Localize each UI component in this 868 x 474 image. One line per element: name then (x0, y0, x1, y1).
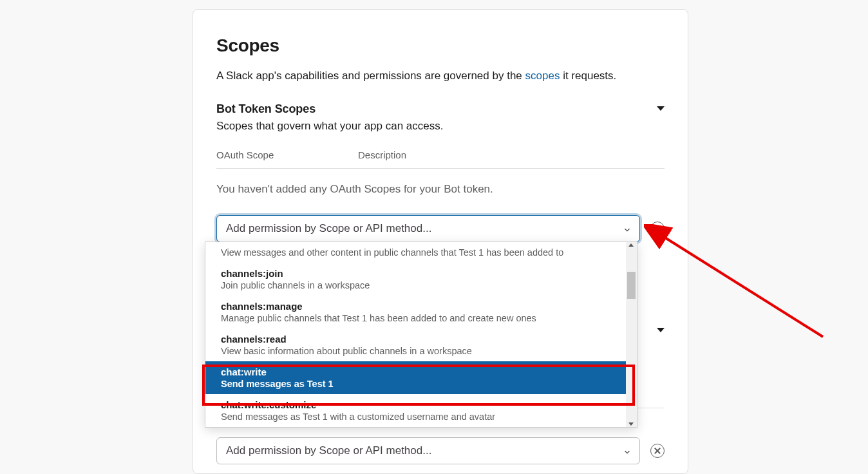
chevron-down-icon[interactable] (623, 447, 630, 455)
scope-combobox-input-1[interactable]: Add permission by Scope or API method... (216, 215, 640, 242)
scopes-link[interactable]: scopes (525, 70, 560, 82)
scope-combobox-1[interactable]: Add permission by Scope or API method...… (216, 215, 640, 242)
section-subtitle: Scopes that govern what your app can acc… (216, 120, 443, 133)
scopes-card: Scopes A Slack app's capabilities and pe… (193, 9, 688, 474)
add-scope-row-1: Add permission by Scope or API method...… (216, 215, 665, 242)
scope-option-chat-write[interactable]: chat:write Send messages as Test 1 (205, 361, 637, 394)
option-desc: Send messages as Test 1 (221, 379, 621, 389)
desc-pre: A Slack app's capabilities and permissio… (216, 70, 525, 82)
section-title: Bot Token Scopes (216, 102, 443, 116)
combo-placeholder-2: Add permission by Scope or API method... (226, 444, 431, 457)
scope-option-channels-join[interactable]: channels:join Join public channels in a … (205, 263, 637, 296)
clear-scope-button-1[interactable] (650, 222, 665, 236)
combo-placeholder-1: Add permission by Scope or API method... (226, 222, 431, 235)
caret-down-icon[interactable] (657, 328, 665, 332)
th-oauth-scope: OAuth Scope (216, 149, 358, 160)
scroll-down-icon[interactable] (628, 422, 634, 426)
add-scope-row-2: Add permission by Scope or API method... (216, 437, 665, 464)
scope-combobox-2[interactable]: Add permission by Scope or API method... (216, 437, 640, 464)
option-desc: View basic information about public chan… (221, 346, 621, 356)
scroll-up-icon[interactable] (628, 243, 634, 247)
chevron-down-icon[interactable] (623, 225, 630, 232)
clear-scope-button-2[interactable] (650, 444, 665, 458)
option-name: chat:write (221, 366, 621, 377)
option-name: channels:join (221, 268, 621, 279)
bot-token-scopes-header[interactable]: Bot Token Scopes Scopes that govern what… (216, 102, 665, 149)
page-description: A Slack app's capabilities and permissio… (216, 68, 665, 84)
dropdown-partial-desc: View messages and other content in publi… (205, 242, 637, 263)
th-description: Description (358, 149, 406, 160)
scope-option-channels-read[interactable]: channels:read View basic information abo… (205, 328, 637, 361)
option-desc: Send messages as Test 1 with a customize… (221, 412, 621, 422)
scope-option-chat-write-customize[interactable]: chat:write.customize Send messages as Te… (205, 394, 637, 427)
option-name: channels:read (221, 334, 621, 345)
scope-option-channels-manage[interactable]: channels:manage Manage public channels t… (205, 296, 637, 328)
scope-dropdown[interactable]: View messages and other content in publi… (205, 242, 637, 428)
dropdown-scrollbar[interactable] (626, 242, 637, 427)
option-desc: Join public channels in a workspace (221, 280, 621, 290)
scroll-thumb[interactable] (627, 272, 636, 299)
option-name: channels:manage (221, 301, 621, 312)
scope-combobox-input-2[interactable]: Add permission by Scope or API method... (216, 437, 640, 464)
caret-down-icon[interactable] (657, 106, 665, 111)
scope-table-header: OAuth Scope Description (216, 149, 665, 169)
option-desc: Manage public channels that Test 1 has b… (221, 313, 621, 323)
option-name: chat:write.customize (221, 399, 621, 410)
empty-scopes-message: You haven't added any OAuth Scopes for y… (216, 169, 665, 215)
page-title: Scopes (216, 35, 665, 56)
desc-post: it requests. (560, 70, 616, 82)
